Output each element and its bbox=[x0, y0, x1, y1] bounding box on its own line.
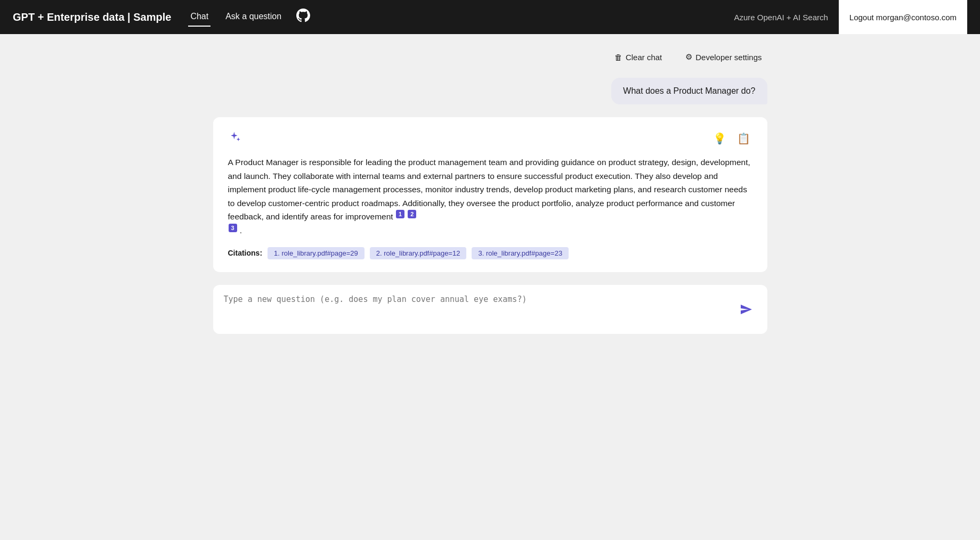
period: . bbox=[240, 226, 242, 235]
clipboard-button[interactable]: 📋 bbox=[735, 130, 752, 147]
app-header: GPT + Enterprise data | Sample Chat Ask … bbox=[0, 0, 980, 34]
developer-settings-button[interactable]: ⚙ Developer settings bbox=[680, 49, 767, 65]
citations-row: Citations: 1. role_library.pdf#page=29 2… bbox=[228, 247, 752, 259]
citation-sup-1[interactable]: 1 bbox=[396, 210, 404, 218]
lightbulb-icon: 💡 bbox=[713, 133, 726, 144]
main-nav: Chat Ask a question bbox=[188, 7, 717, 27]
citation-sup-2[interactable]: 2 bbox=[408, 210, 416, 218]
github-icon[interactable] bbox=[296, 9, 310, 26]
citation-chip-1[interactable]: 1. role_library.pdf#page=29 bbox=[268, 247, 365, 259]
assistant-actions: 💡 📋 bbox=[711, 130, 752, 147]
nav-ask-question[interactable]: Ask a question bbox=[223, 7, 284, 27]
clipboard-icon: 📋 bbox=[737, 133, 750, 144]
send-icon bbox=[740, 303, 752, 316]
main-content: 🗑 Clear chat ⚙ Developer settings What d… bbox=[171, 34, 810, 540]
settings-icon: ⚙ bbox=[685, 52, 692, 62]
azure-label: Azure OpenAI + AI Search bbox=[734, 13, 828, 22]
user-message-text: What does a Product Manager do? bbox=[623, 86, 755, 95]
assistant-response-card: 💡 📋 A Product Manager is responsible for… bbox=[213, 117, 767, 272]
lightbulb-button[interactable]: 💡 bbox=[711, 130, 728, 147]
user-message-bubble: What does a Product Manager do? bbox=[611, 78, 767, 104]
chat-toolbar: 🗑 Clear chat ⚙ Developer settings bbox=[213, 45, 767, 69]
logout-button[interactable]: Logout morgan@contoso.com bbox=[839, 0, 967, 34]
citation-chip-3[interactable]: 3. role_library.pdf#page=23 bbox=[472, 247, 569, 259]
header-right: Azure OpenAI + AI Search Logout morgan@c… bbox=[734, 0, 967, 34]
assistant-text: A Product Manager is responsible for lea… bbox=[228, 156, 752, 238]
assistant-response-text: A Product Manager is responsible for lea… bbox=[228, 158, 750, 221]
user-message-container: What does a Product Manager do? bbox=[213, 78, 767, 104]
clear-chat-button[interactable]: 🗑 Clear chat bbox=[609, 50, 667, 65]
send-button[interactable] bbox=[735, 299, 757, 320]
chat-input[interactable] bbox=[224, 293, 729, 325]
assistant-sparkle-icon bbox=[228, 130, 243, 145]
citation-chip-2[interactable]: 2. role_library.pdf#page=12 bbox=[370, 247, 467, 259]
trash-icon: 🗑 bbox=[614, 53, 622, 62]
assistant-header: 💡 📋 bbox=[228, 130, 752, 147]
citation-sup-3[interactable]: 3 bbox=[229, 224, 237, 232]
nav-chat[interactable]: Chat bbox=[188, 7, 210, 27]
chat-input-card bbox=[213, 285, 767, 334]
app-title: GPT + Enterprise data | Sample bbox=[13, 11, 171, 23]
citations-label: Citations: bbox=[228, 249, 263, 257]
